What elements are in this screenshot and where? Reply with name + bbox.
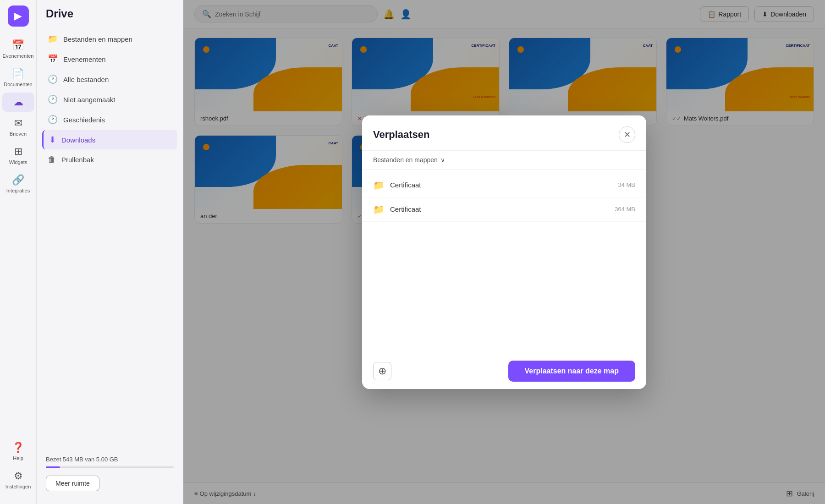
verplaatsen-modal: Verplaatsen ✕ Bestanden en mappen ∨ 📁 Ce… xyxy=(362,115,646,389)
sidebar-nav-evenementen-label: Evenementen xyxy=(63,55,106,63)
modal-title: Verplaatsen xyxy=(373,129,430,141)
main-area: 🔍 🔔 👤 📋 Rapport ⬇ Downloaden xyxy=(183,0,825,504)
sidebar-nav-niet-aangemaakt[interactable]: 🕐 Niet aangemaakt xyxy=(42,90,177,109)
sidebar-nav-prullenbak-label: Prullenbak xyxy=(61,156,94,164)
folder-icon-1: 📁 xyxy=(373,180,385,191)
sidebar-nav-prullenbak[interactable]: 🗑 Prullenbak xyxy=(42,150,177,169)
icon-nav: ▶ 📅 Evenementen 📄 Documenten ☁ ✉ Brieven… xyxy=(0,0,37,504)
niet-aangemaakt-icon: 🕐 xyxy=(48,94,58,104)
new-folder-button[interactable]: ⊕ xyxy=(373,362,391,380)
brieven-icon: ✉ xyxy=(14,117,22,129)
modal-close-icon: ✕ xyxy=(624,130,631,140)
help-icon: ❓ xyxy=(12,442,24,454)
sidebar-nav-geschiedenis[interactable]: 🕐 Geschiedenis xyxy=(42,110,177,129)
evenementen-label: Evenementen xyxy=(3,53,34,59)
sidebar-nav-geschiedenis-label: Geschiedenis xyxy=(63,116,105,124)
sidebar-item-integraties[interactable]: 🔗 Integraties xyxy=(2,170,34,197)
documenten-icon: 📄 xyxy=(12,68,24,80)
sidebar-item-widgets[interactable]: ⊞ Widgets xyxy=(2,142,34,169)
storage-label: Bezet 543 MB van 5.00 GB xyxy=(46,456,174,463)
sidebar-item-evenementen[interactable]: 📅 Evenementen xyxy=(2,36,34,62)
alle-bestanden-icon: 🕐 xyxy=(48,74,58,84)
new-folder-icon: ⊕ xyxy=(378,365,386,377)
drive-cloud-icon: ☁ xyxy=(13,96,23,108)
widgets-label: Widgets xyxy=(9,159,28,165)
sidebar-nav-downloads-label: Downloads xyxy=(61,136,95,144)
breadcrumb-text: Bestanden en mappen xyxy=(373,156,438,164)
folder-name-2: Certificaat xyxy=(390,205,609,213)
modal-folder-item-1[interactable]: 📁 Certificaat 34 MB xyxy=(362,173,646,197)
brieven-label: Brieven xyxy=(10,131,27,137)
downloads-icon: ⬇ xyxy=(49,135,56,145)
folder-name-1: Certificaat xyxy=(390,181,612,189)
sidebar-item-help[interactable]: ❓ Help xyxy=(2,438,34,465)
geschiedenis-icon: 🕐 xyxy=(48,115,58,125)
breadcrumb-chevron-icon: ∨ xyxy=(440,156,445,164)
sidebar-evenementen-icon: 📅 xyxy=(48,54,58,64)
folder-icon-2: 📁 xyxy=(373,204,385,215)
sidebar-item-instellingen[interactable]: ⚙ Instellingen xyxy=(2,466,34,493)
integraties-label: Integraties xyxy=(6,188,30,193)
modal-footer: ⊕ Verplaatsen naar deze map xyxy=(362,353,646,389)
meer-ruimte-button[interactable]: Meer ruimte xyxy=(46,476,99,491)
modal-body: 📁 Certificaat 34 MB 📁 Certificaat 364 MB xyxy=(362,170,646,353)
modal-header: Verplaatsen ✕ xyxy=(362,115,646,151)
documenten-label: Documenten xyxy=(4,82,32,87)
storage-fill xyxy=(46,466,60,468)
bestanden-folder-icon: 📁 xyxy=(48,34,58,44)
sidebar-nav: 📁 Bestanden en mappen 📅 Evenementen 🕐 Al… xyxy=(42,29,177,169)
app-logo: ▶ xyxy=(8,5,29,27)
sidebar-title: Drive xyxy=(42,7,177,20)
nav-bottom: ❓ Help ⚙ Instellingen xyxy=(2,438,34,499)
widgets-icon: ⊞ xyxy=(14,146,22,158)
sidebar: Drive 📁 Bestanden en mappen 📅 Evenemente… xyxy=(37,0,183,504)
sidebar-nav-bestanden[interactable]: 📁 Bestanden en mappen xyxy=(42,29,177,49)
sidebar-nav-alle-label: Alle bestanden xyxy=(63,76,109,83)
instellingen-label: Instellingen xyxy=(6,484,31,489)
verplaatsen-button[interactable]: Verplaatsen naar deze map xyxy=(508,361,635,382)
modal-overlay: Verplaatsen ✕ Bestanden en mappen ∨ 📁 Ce… xyxy=(183,0,825,504)
storage-section: Bezet 543 MB van 5.00 GB Meer ruimte xyxy=(42,450,177,497)
sidebar-nav-alle-bestanden[interactable]: 🕐 Alle bestanden xyxy=(42,70,177,89)
sidebar-item-documenten[interactable]: 📄 Documenten xyxy=(2,64,34,91)
modal-breadcrumb[interactable]: Bestanden en mappen ∨ xyxy=(362,151,646,170)
sidebar-nav-bestanden-label: Bestanden en mappen xyxy=(63,35,132,43)
integraties-icon: 🔗 xyxy=(12,174,24,186)
sidebar-nav-downloads[interactable]: ⬇ Downloads xyxy=(42,130,177,149)
help-label: Help xyxy=(13,455,23,461)
sidebar-item-drive[interactable]: ☁ xyxy=(2,93,34,112)
folder-size-1: 34 MB xyxy=(618,181,635,188)
sidebar-nav-niet-label: Niet aangemaakt xyxy=(63,96,115,104)
sidebar-nav-evenementen[interactable]: 📅 Evenementen xyxy=(42,49,177,69)
prullenbak-icon: 🗑 xyxy=(48,155,56,164)
evenementen-icon: 📅 xyxy=(12,39,24,51)
storage-bar xyxy=(46,466,174,468)
folder-size-2: 364 MB xyxy=(615,206,635,213)
sidebar-item-brieven[interactable]: ✉ Brieven xyxy=(2,114,34,140)
modal-close-button[interactable]: ✕ xyxy=(619,126,635,143)
modal-folder-item-2[interactable]: 📁 Certificaat 364 MB xyxy=(362,197,646,222)
instellingen-icon: ⚙ xyxy=(14,470,23,482)
